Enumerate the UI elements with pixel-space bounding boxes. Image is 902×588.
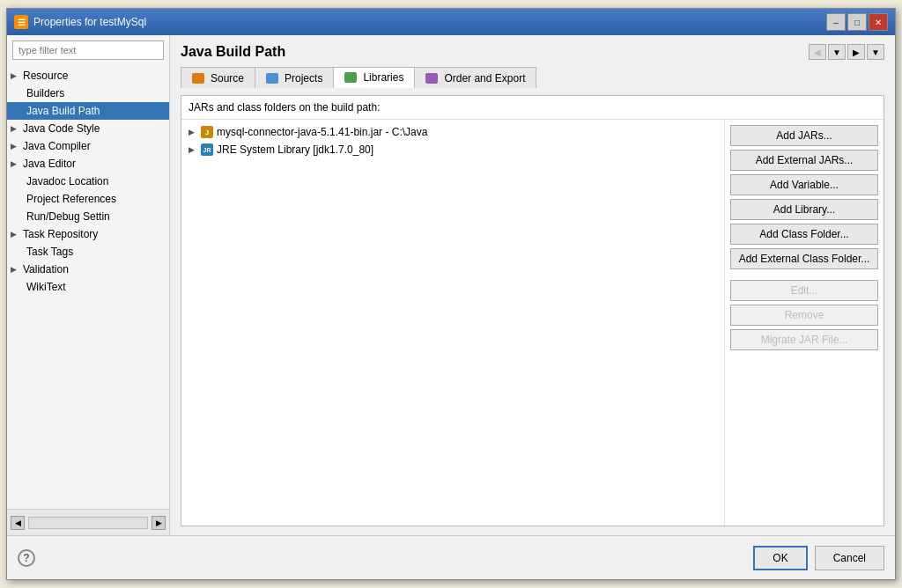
tab-projects[interactable]: Projects bbox=[255, 67, 334, 88]
tab-icon bbox=[266, 73, 278, 84]
sidebar-item-label: Builders bbox=[26, 87, 64, 99]
main-header: Java Build Path ◀ ▼ ▶ ▼ bbox=[181, 44, 884, 60]
sidebar-item-wikitext[interactable]: WikiText bbox=[7, 278, 169, 296]
tab-label: Source bbox=[211, 72, 244, 85]
nav-forward-btn[interactable]: ▶ bbox=[847, 44, 865, 60]
button-spacer bbox=[730, 273, 878, 276]
title-buttons: – □ ✕ bbox=[826, 13, 888, 31]
footer-buttons: OK Cancel bbox=[753, 546, 884, 570]
expand-arrow: ▶ bbox=[11, 265, 19, 274]
sidebar-item-label: Java Editor bbox=[23, 158, 76, 170]
main-content: Java Build Path ◀ ▼ ▶ ▼ SourceProjectsLi… bbox=[170, 35, 895, 535]
sidebar-item-task-tags[interactable]: Task Tags bbox=[7, 243, 169, 261]
title-bar-left: ☰ Properties for testMySql bbox=[14, 15, 146, 29]
action-btn-add-external-class-folder-[interactable]: Add External Class Folder... bbox=[730, 248, 878, 269]
jar-icon: J bbox=[201, 126, 213, 138]
tab-icon bbox=[192, 73, 204, 84]
sidebar-item-builders[interactable]: Builders bbox=[7, 85, 169, 102]
lib-expand-arrow: ▶ bbox=[189, 128, 197, 136]
maximize-button[interactable]: □ bbox=[847, 13, 867, 31]
sidebar-item-task-repository[interactable]: ▶Task Repository bbox=[7, 225, 169, 243]
tab-label: Order and Export bbox=[444, 72, 525, 85]
sidebar-item-label: Task Repository bbox=[23, 228, 98, 240]
sidebar-item-label: Task Tags bbox=[26, 246, 73, 258]
action-btn-edit-: Edit... bbox=[730, 280, 878, 301]
main-panel: JARs and class folders on the build path… bbox=[181, 95, 884, 526]
expand-arrow: ▶ bbox=[11, 230, 19, 239]
expand-arrow: ▶ bbox=[11, 159, 19, 168]
library-item-1[interactable]: ▶JRJRE System Library [jdk1.7.0_80] bbox=[185, 141, 721, 158]
scroll-track[interactable] bbox=[28, 517, 148, 529]
action-buttons-panel: Add JARs...Add External JARs...Add Varia… bbox=[725, 120, 884, 526]
action-btn-add-jars-[interactable]: Add JARs... bbox=[730, 125, 878, 146]
tabs: SourceProjectsLibrariesOrder and Export bbox=[181, 67, 884, 88]
scroll-left-btn[interactable]: ◀ bbox=[11, 516, 25, 530]
action-btn-add-variable-[interactable]: Add Variable... bbox=[730, 174, 878, 195]
window-icon: ☰ bbox=[14, 15, 28, 29]
action-btn-remove: Remove bbox=[730, 305, 878, 326]
sidebar-item-label: Validation bbox=[23, 263, 69, 276]
sidebar-item-label: WikiText bbox=[26, 281, 66, 293]
sidebar-item-label: Java Code Style bbox=[23, 122, 100, 135]
sidebar-item-validation[interactable]: ▶Validation bbox=[7, 261, 169, 278]
sidebar-item-project-references[interactable]: Project References bbox=[7, 190, 169, 208]
tab-label: Projects bbox=[285, 72, 322, 85]
action-btn-add-library-[interactable]: Add Library... bbox=[730, 199, 878, 220]
scroll-right-btn[interactable]: ▶ bbox=[152, 516, 166, 530]
sidebar-item-java-compiler[interactable]: ▶Java Compiler bbox=[7, 137, 169, 155]
sidebar-item-javadoc-location[interactable]: Javadoc Location bbox=[7, 173, 169, 190]
tab-order-and-export[interactable]: Order and Export bbox=[414, 67, 536, 88]
help-button[interactable]: ? bbox=[18, 549, 35, 567]
library-label: JRE System Library [jdk1.7.0_80] bbox=[217, 143, 373, 156]
nav-back-btn[interactable]: ◀ bbox=[809, 44, 826, 60]
title-bar: ☰ Properties for testMySql – □ ✕ bbox=[7, 9, 895, 35]
nav-forward-dropdown-btn[interactable]: ▼ bbox=[867, 44, 884, 60]
ok-button[interactable]: OK bbox=[753, 546, 807, 570]
sidebar-item-label: Javadoc Location bbox=[26, 175, 108, 187]
library-label: mysql-connector-java-5.1.41-bin.jar - C:… bbox=[217, 126, 427, 138]
action-btn-add-class-folder-[interactable]: Add Class Folder... bbox=[730, 224, 878, 245]
page-title: Java Build Path bbox=[181, 44, 285, 60]
jre-icon: JR bbox=[201, 143, 213, 156]
panel-body: ▶Jmysql-connector-java-5.1.41-bin.jar - … bbox=[181, 120, 884, 526]
library-tree: ▶Jmysql-connector-java-5.1.41-bin.jar - … bbox=[181, 120, 725, 526]
tab-icon bbox=[344, 72, 357, 83]
sidebar-item-run/debug-settin[interactable]: Run/Debug Settin bbox=[7, 208, 169, 225]
cancel-button[interactable]: Cancel bbox=[815, 546, 884, 570]
sidebar-item-label: Resource bbox=[23, 70, 68, 82]
tab-label: Libraries bbox=[363, 71, 403, 84]
tab-libraries[interactable]: Libraries bbox=[333, 67, 415, 88]
nav-arrows: ◀ ▼ ▶ ▼ bbox=[809, 44, 884, 60]
nav-dropdown-btn[interactable]: ▼ bbox=[828, 44, 846, 60]
dialog-body: ▶ResourceBuildersJava Build Path▶Java Co… bbox=[7, 35, 895, 535]
tab-icon bbox=[425, 73, 438, 84]
sidebar-item-java-build-path[interactable]: Java Build Path bbox=[7, 102, 169, 120]
library-item-0[interactable]: ▶Jmysql-connector-java-5.1.41-bin.jar - … bbox=[185, 123, 721, 141]
expand-arrow: ▶ bbox=[11, 142, 19, 151]
sidebar-tree: ▶ResourceBuildersJava Build Path▶Java Co… bbox=[7, 65, 169, 509]
tab-source[interactable]: Source bbox=[181, 67, 255, 88]
search-input[interactable] bbox=[12, 40, 164, 60]
sidebar-item-resource[interactable]: ▶Resource bbox=[7, 67, 169, 85]
sidebar-scrollbar: ◀ ▶ bbox=[7, 509, 169, 535]
panel-header: JARs and class folders on the build path… bbox=[181, 96, 884, 120]
action-btn-migrate-jar-file-: Migrate JAR File... bbox=[730, 329, 878, 350]
window-title: Properties for testMySql bbox=[33, 16, 146, 28]
close-button[interactable]: ✕ bbox=[869, 13, 888, 31]
dialog-window: ☰ Properties for testMySql – □ ✕ ▶Resour… bbox=[6, 8, 896, 580]
expand-arrow: ▶ bbox=[11, 124, 19, 133]
sidebar-item-label: Run/Debug Settin bbox=[26, 210, 110, 223]
sidebar-item-label: Java Build Path bbox=[26, 105, 100, 117]
sidebar-item-label: Project References bbox=[26, 193, 116, 205]
lib-expand-arrow: ▶ bbox=[189, 145, 197, 154]
sidebar-item-java-editor[interactable]: ▶Java Editor bbox=[7, 155, 169, 173]
sidebar-item-java-code-style[interactable]: ▶Java Code Style bbox=[7, 120, 169, 137]
action-btn-add-external-jars-[interactable]: Add External JARs... bbox=[730, 150, 878, 171]
sidebar-item-label: Java Compiler bbox=[23, 140, 91, 152]
minimize-button[interactable]: – bbox=[826, 13, 846, 31]
expand-arrow: ▶ bbox=[11, 71, 19, 80]
sidebar: ▶ResourceBuildersJava Build Path▶Java Co… bbox=[7, 35, 170, 535]
dialog-footer: ? OK Cancel bbox=[7, 535, 895, 579]
